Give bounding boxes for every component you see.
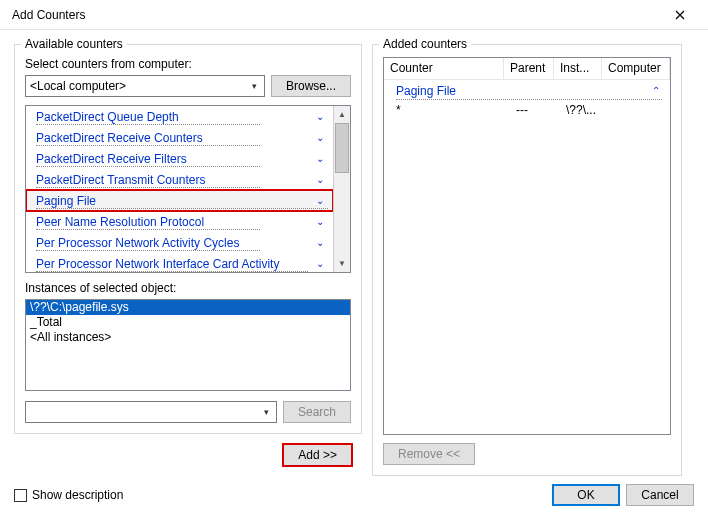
footer-row: Show description OK Cancel <box>0 476 708 516</box>
computer-combo-value: <Local computer> <box>30 79 126 93</box>
cell-counter: * <box>396 102 516 118</box>
counter-item[interactable]: PacketDirect Receive Counters⌄ <box>26 127 333 148</box>
counter-name: Paging File <box>36 194 313 208</box>
counter-item[interactable]: PacketDirect Queue Depth⌄ <box>26 106 333 127</box>
titlebar: Add Counters <box>0 0 708 30</box>
chevron-down-icon: ⌄ <box>313 111 327 122</box>
remove-button[interactable]: Remove << <box>383 443 475 465</box>
instance-item[interactable]: <All instances> <box>26 330 350 345</box>
chevron-down-icon: ⌄ <box>313 258 327 269</box>
chevron-down-icon: ⌄ <box>313 132 327 143</box>
counter-name: PacketDirect Receive Filters <box>36 152 313 166</box>
show-description-checkbox[interactable] <box>14 489 27 502</box>
search-button[interactable]: Search <box>283 401 351 423</box>
counter-name: PacketDirect Queue Depth <box>36 110 313 124</box>
scroll-up-icon[interactable]: ▲ <box>334 106 350 123</box>
add-button[interactable]: Add >> <box>283 444 352 466</box>
cancel-button[interactable]: Cancel <box>626 484 694 506</box>
available-counters-legend: Available counters <box>21 37 127 51</box>
added-counters-legend: Added counters <box>379 37 471 51</box>
counter-name: PacketDirect Transmit Counters <box>36 173 313 187</box>
instance-item[interactable]: _Total <box>26 315 350 330</box>
chevron-down-icon: ⌄ <box>313 237 327 248</box>
chevron-down-icon: ⌄ <box>313 174 327 185</box>
browse-button[interactable]: Browse... <box>271 75 351 97</box>
show-description-label: Show description <box>32 488 123 502</box>
col-instance[interactable]: Inst... <box>554 58 602 79</box>
scroll-down-icon[interactable]: ▼ <box>334 255 350 272</box>
counter-list: PacketDirect Queue Depth⌄PacketDirect Re… <box>25 105 351 273</box>
instances-list[interactable]: \??\C:\pagefile.sys_Total<All instances> <box>25 299 351 391</box>
instances-label: Instances of selected object: <box>25 281 351 295</box>
counter-item[interactable]: Per Processor Network Activity Cycles⌄ <box>26 232 333 253</box>
counter-item[interactable]: Per Processor Network Interface Card Act… <box>26 253 333 272</box>
col-parent[interactable]: Parent <box>504 58 554 79</box>
added-counters-group: Added counters Counter Parent Inst... Co… <box>372 44 682 476</box>
close-button[interactable] <box>660 0 700 30</box>
col-computer[interactable]: Computer <box>602 58 670 79</box>
counter-item[interactable]: PacketDirect Receive Filters⌄ <box>26 148 333 169</box>
chevron-down-icon: ⌄ <box>313 195 327 206</box>
chevron-down-icon: ⌄ <box>313 153 327 164</box>
table-header: Counter Parent Inst... Computer <box>384 58 670 80</box>
added-group[interactable]: Paging File⌃ <box>396 82 662 100</box>
chevron-down-icon: ▾ <box>258 402 276 422</box>
computer-combo[interactable]: <Local computer> ▾ <box>25 75 265 97</box>
counter-name: PacketDirect Receive Counters <box>36 131 313 145</box>
instance-item[interactable]: \??\C:\pagefile.sys <box>26 300 350 315</box>
counter-item[interactable]: PacketDirect Transmit Counters⌄ <box>26 169 333 190</box>
search-combo[interactable]: ▾ <box>25 401 277 423</box>
table-row[interactable]: *---\??\... <box>390 102 664 118</box>
close-icon <box>675 10 685 20</box>
counter-name: Per Processor Network Interface Card Act… <box>36 257 313 271</box>
added-group-name: Paging File <box>396 84 652 98</box>
counter-name: Per Processor Network Activity Cycles <box>36 236 313 250</box>
available-counters-group: Available counters Select counters from … <box>14 44 362 434</box>
added-counters-table: Counter Parent Inst... Computer Paging F… <box>383 57 671 435</box>
cell-parent: --- <box>516 102 566 118</box>
chevron-down-icon: ⌄ <box>313 216 327 227</box>
scroll-thumb[interactable] <box>335 123 349 173</box>
scrollbar[interactable]: ▲ ▼ <box>333 106 350 272</box>
col-counter[interactable]: Counter <box>384 58 504 79</box>
ok-button[interactable]: OK <box>552 484 620 506</box>
select-computer-label: Select counters from computer: <box>25 57 351 71</box>
counter-item[interactable]: Paging File⌄ <box>26 190 333 211</box>
counter-name: Peer Name Resolution Protocol <box>36 215 313 229</box>
chevron-down-icon: ▾ <box>246 76 264 96</box>
counter-item[interactable]: Peer Name Resolution Protocol⌄ <box>26 211 333 232</box>
cell-instance: \??\... <box>566 102 614 118</box>
cell-computer <box>614 102 664 118</box>
chevron-up-icon: ⌃ <box>652 85 660 96</box>
window-title: Add Counters <box>12 8 660 22</box>
